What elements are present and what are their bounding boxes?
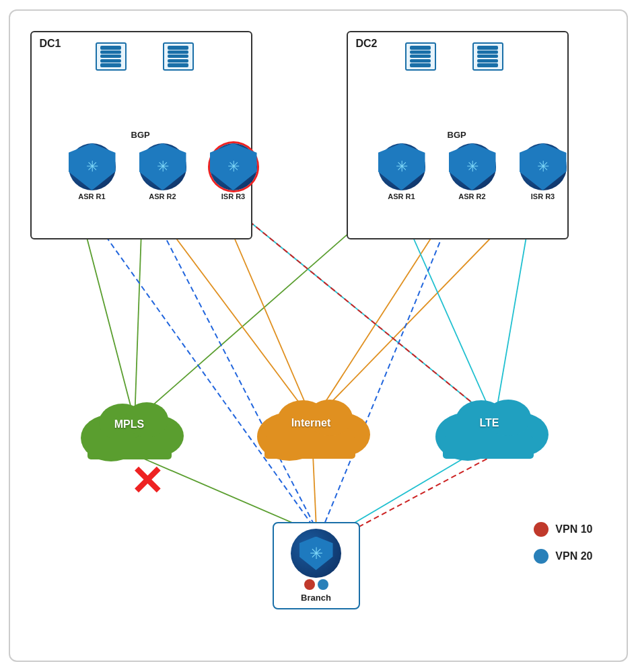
dc2-bgp-label: BGP	[448, 130, 466, 140]
dc2-server1	[405, 42, 436, 71]
branch-router-circle: ✳	[291, 529, 341, 578]
svg-line-28	[143, 194, 320, 535]
dc1-router1: ✳ ASR R1	[69, 143, 116, 200]
mpls-label: MPLS	[114, 418, 144, 431]
internet-label: Internet	[291, 417, 331, 429]
dc2-router1: ✳ ASR R1	[378, 143, 425, 200]
dc2-server2	[472, 42, 503, 71]
dc2-router1-circle: ✳	[378, 143, 425, 190]
mpls-broken-x: ✕	[130, 461, 164, 502]
vpn10-dot	[534, 522, 549, 537]
dc1-router3-circle: ✳	[210, 143, 257, 190]
internet-cloud: Internet	[252, 384, 370, 461]
branch-vpn10-dot	[304, 579, 315, 590]
dc1-router2-circle: ✳	[139, 143, 186, 190]
dc2-router3: ✳ ISR R3	[520, 143, 567, 200]
dc2-server1-icon	[405, 42, 436, 71]
svg-line-27	[75, 194, 320, 535]
dc1-router2: ✳ ASR R2	[139, 143, 186, 200]
dc2-server2-icon	[472, 42, 503, 71]
svg-rect-40	[87, 438, 172, 459]
branch-snowflake: ✳	[310, 546, 323, 562]
dc1-router2-label: ASR R2	[149, 192, 176, 200]
dc2-router2: ✳ ASR R2	[449, 143, 496, 200]
lte-cloud: LTE	[431, 384, 549, 461]
lte-label: LTE	[479, 417, 499, 429]
dc1-server1	[96, 42, 127, 71]
svg-rect-52	[443, 436, 534, 459]
dc2-router3-shield: ✳	[520, 143, 567, 190]
svg-line-33	[313, 455, 316, 529]
dc1-server2-icon	[163, 42, 194, 71]
dc1-router1-snowflake: ✳	[86, 159, 98, 174]
svg-line-29	[320, 194, 460, 535]
dc1-router3: ✳ ISR R3	[210, 143, 257, 200]
vpn20-label: VPN 20	[555, 550, 592, 562]
branch-vpn20-dot	[318, 579, 328, 590]
dc1-router2-snowflake: ✳	[157, 159, 169, 174]
vpn20-dot	[534, 549, 549, 564]
dc1-router3-snowflake: ✳	[227, 159, 240, 174]
branch-label: Branch	[301, 593, 331, 603]
dc1-bgp-label: BGP	[131, 130, 150, 140]
dc1-router1-label: ASR R1	[78, 192, 105, 200]
branch-shield: ✳	[299, 537, 333, 570]
dc1-router1-shield: ✳	[69, 143, 116, 190]
dc2-router1-shield: ✳	[378, 143, 425, 190]
dc2-router3-label: ISR R3	[531, 192, 555, 200]
dc1-box: DC1 BGP ✳ ASR R1	[30, 31, 252, 239]
legend-vpn10: VPN 10	[534, 522, 592, 537]
mpls-cloud: MPLS	[74, 387, 185, 461]
dc2-router1-label: ASR R1	[388, 192, 415, 200]
dc2-router2-label: ASR R2	[458, 192, 485, 200]
dc2-router2-snowflake: ✳	[466, 159, 479, 174]
dc2-router2-shield: ✳	[449, 143, 496, 190]
dc1-router3-shield: ✳	[210, 143, 257, 190]
dc2-box: DC2 BGP ✳ ASR R1	[347, 31, 569, 239]
branch-box: ✳ Branch	[273, 522, 360, 609]
dc1-router1-circle: ✳	[69, 143, 116, 190]
legend: VPN 10 VPN 20	[534, 522, 592, 564]
dc2-router3-circle: ✳	[520, 143, 567, 190]
legend-vpn20: VPN 20	[534, 549, 592, 564]
dc2-label: DC2	[356, 38, 378, 50]
vpn10-label: VPN 10	[555, 523, 592, 535]
dc1-router2-shield: ✳	[139, 143, 186, 190]
dc1-label: DC1	[40, 38, 61, 50]
dc2-router2-circle: ✳	[449, 143, 496, 190]
dc2-router1-snowflake: ✳	[396, 159, 408, 174]
dc2-router3-snowflake: ✳	[537, 159, 549, 174]
main-container: DC1 BGP ✳ ASR R1	[9, 9, 628, 662]
dc1-server1-icon	[96, 42, 127, 71]
svg-rect-46	[264, 436, 355, 459]
dc1-server2	[163, 42, 194, 71]
dc1-router3-label: ISR R3	[221, 192, 245, 200]
branch-vpn-dots	[304, 579, 328, 590]
